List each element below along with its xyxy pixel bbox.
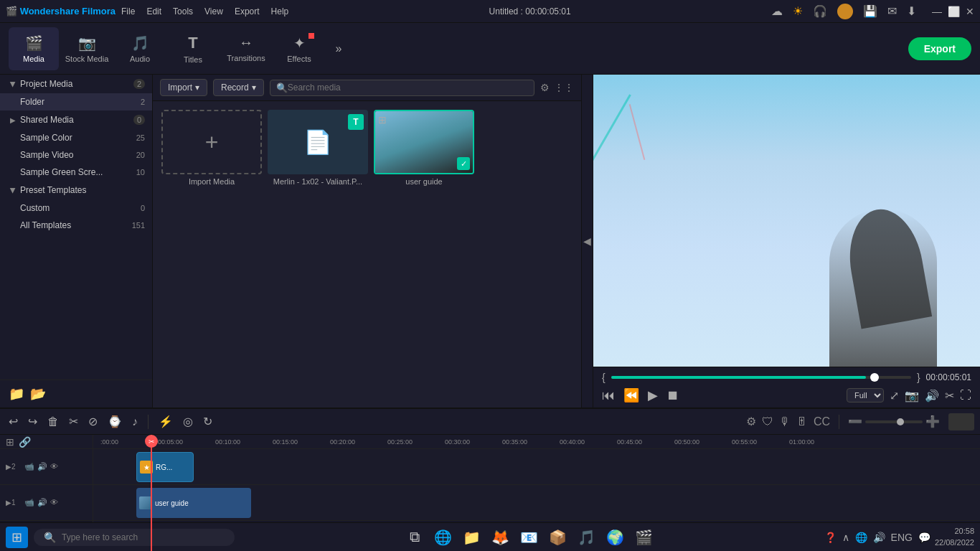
quality-select[interactable]: Full xyxy=(847,388,884,402)
help-icon[interactable]: ❓ xyxy=(824,532,837,543)
grid-view-icon[interactable]: ⋮⋮ xyxy=(554,82,574,93)
shield-icon[interactable]: 🛡 xyxy=(762,415,773,428)
progress-handle[interactable] xyxy=(870,373,879,382)
list-item[interactable]: 📄 T Merlin - 1x02 - Valiant.P... xyxy=(268,110,368,186)
zoom-handle[interactable] xyxy=(897,418,904,425)
project-media-item[interactable]: ▶ Project Media 2 xyxy=(0,75,152,93)
sun-icon[interactable]: ☀ xyxy=(793,4,803,18)
track-v1-eye-icon[interactable]: 👁 xyxy=(50,498,58,507)
avatar[interactable] xyxy=(837,4,853,19)
start-button[interactable]: ⊞ xyxy=(6,527,28,548)
color-button[interactable]: ⌚ xyxy=(105,412,125,431)
merlin-thumb[interactable]: 📄 T xyxy=(268,110,368,174)
sample-green-item[interactable]: Sample Green Scre... 10 xyxy=(0,164,152,181)
taskbar-globe[interactable]: 🌍 xyxy=(603,524,628,550)
mark-in-icon[interactable]: { xyxy=(602,372,606,383)
mail-icon[interactable]: ✉ xyxy=(887,4,897,18)
progress-bar[interactable] xyxy=(611,376,911,379)
sample-color-item[interactable]: Sample Color 25 xyxy=(0,129,152,146)
stop-button[interactable]: ⏹ xyxy=(666,388,679,403)
menu-edit[interactable]: Edit xyxy=(146,6,161,17)
audio-detach-button[interactable]: ♪ xyxy=(129,413,141,431)
record-button[interactable]: Record ▾ xyxy=(213,79,264,96)
mic-icon[interactable]: 🎙 xyxy=(779,415,791,428)
maximize-button[interactable]: ⬜ xyxy=(948,6,960,17)
close-button[interactable]: ✕ xyxy=(966,6,974,17)
toolbar-media[interactable]: 🎬 Media xyxy=(9,27,59,70)
taskbar-firefox[interactable]: 🦊 xyxy=(488,524,514,550)
lang-indicator[interactable]: ENG xyxy=(891,532,913,543)
folder-open-icon[interactable]: 📂 xyxy=(30,386,46,402)
delete-clip-button[interactable]: 🗑 xyxy=(44,413,62,431)
notification-icon[interactable]: 💬 xyxy=(918,532,930,543)
cut-button[interactable]: ✂ xyxy=(66,412,81,431)
list-item[interactable]: ⊞ ✓ user guide xyxy=(374,110,474,186)
import-button[interactable]: Import ▾ xyxy=(160,79,207,96)
cloud-icon[interactable]: ☁ xyxy=(771,4,783,18)
stabilize-button[interactable]: ◎ xyxy=(180,412,196,431)
taskbar-search-input[interactable] xyxy=(62,532,225,542)
zoom-out-icon[interactable]: ➖ xyxy=(848,415,862,428)
volume-sys-icon[interactable]: 🔊 xyxy=(873,532,885,543)
fit-to-screen-icon[interactable]: ⤢ xyxy=(890,389,899,402)
save-icon[interactable]: 💾 xyxy=(863,4,877,18)
fullscreen-icon[interactable]: ⛶ xyxy=(960,389,971,402)
zoom-slider[interactable] xyxy=(865,420,923,423)
custom-item[interactable]: Custom 0 xyxy=(0,199,152,217)
filter-icon[interactable]: ⚙ xyxy=(540,82,550,93)
toolbar-effects[interactable]: ✦ Effects xyxy=(274,27,324,70)
track-v2-audio-icon[interactable]: 🔊 xyxy=(37,462,47,471)
import-thumb[interactable]: + xyxy=(161,110,262,174)
taskbar-music[interactable]: 🎵 xyxy=(574,524,600,550)
zoom-in-icon[interactable]: ➕ xyxy=(925,415,940,428)
crop-icon[interactable]: ✂ xyxy=(945,389,954,402)
taskbar-filmora[interactable]: 🎬 xyxy=(631,524,657,550)
export-button[interactable]: Export xyxy=(908,37,971,60)
link-tracks-icon[interactable]: 🔗 xyxy=(19,436,31,448)
toolbar-transitions[interactable]: ↔ Transitions xyxy=(221,27,271,70)
chevron-up-icon[interactable]: ∧ xyxy=(842,532,849,543)
menu-tools[interactable]: Tools xyxy=(173,6,193,17)
snapshot-icon[interactable]: 📷 xyxy=(905,389,919,402)
clip-rg[interactable]: ★ RG... xyxy=(136,452,194,482)
headphone-icon[interactable]: 🎧 xyxy=(813,4,827,18)
add-track-icon[interactable]: ⊞ xyxy=(6,436,14,448)
undo-button[interactable]: ↩ xyxy=(6,412,21,431)
taskbar-explorer[interactable]: 📁 xyxy=(459,524,485,550)
clock[interactable]: 20:58 22/08/2022 xyxy=(935,526,974,548)
redo-button[interactable]: ↪ xyxy=(25,412,40,431)
track-v2-eye-icon[interactable]: 👁 xyxy=(50,462,58,471)
toolbar-stock-media[interactable]: 📷 Stock Media xyxy=(62,27,112,70)
transform-button[interactable]: ↻ xyxy=(200,412,215,431)
shared-media-item[interactable]: ▶ Shared Media 0 xyxy=(0,110,152,129)
toolbar-audio[interactable]: 🎵 Audio xyxy=(115,27,165,70)
download-icon[interactable]: ⬇ xyxy=(907,4,916,18)
rewind-button[interactable]: ⏮ xyxy=(602,388,615,403)
captions-icon[interactable]: CC xyxy=(814,415,830,428)
all-templates-item[interactable]: All Templates 151 xyxy=(0,217,152,234)
settings-icon[interactable]: ⚙ xyxy=(746,415,756,428)
taskbar-edge[interactable]: 🌐 xyxy=(430,524,456,550)
clip-user-guide[interactable]: user guide xyxy=(136,488,251,518)
track-v1-audio-icon[interactable]: 🔊 xyxy=(37,498,47,507)
minimize-button[interactable]: — xyxy=(932,6,942,17)
menu-view[interactable]: View xyxy=(204,6,223,17)
user-guide-thumb[interactable]: ⊞ ✓ xyxy=(374,110,474,174)
add-folder-icon[interactable]: 📁 xyxy=(9,386,24,402)
folder-item[interactable]: Folder 2 xyxy=(0,93,152,110)
toolbar-titles[interactable]: T Titles xyxy=(168,27,218,70)
more-tools-button[interactable]: » xyxy=(327,37,350,60)
network-icon[interactable]: 🌐 xyxy=(855,532,867,543)
list-item[interactable]: + Import Media xyxy=(161,110,262,186)
taskbar-amazon[interactable]: 📦 xyxy=(545,524,571,550)
sample-video-item[interactable]: Sample Video 20 xyxy=(0,146,152,164)
search-input[interactable] xyxy=(288,83,528,93)
menu-file[interactable]: File xyxy=(121,6,135,17)
play-button[interactable]: ▶ xyxy=(648,387,658,403)
disable-clip-button[interactable]: ⊘ xyxy=(85,412,100,431)
step-back-button[interactable]: ⏪ xyxy=(623,387,639,403)
volume-icon[interactable]: 🔊 xyxy=(925,389,939,402)
playhead[interactable]: ✂ xyxy=(151,435,152,551)
collapse-panel-button[interactable]: ◀ xyxy=(581,75,593,408)
mark-out-icon[interactable]: } xyxy=(917,372,920,383)
